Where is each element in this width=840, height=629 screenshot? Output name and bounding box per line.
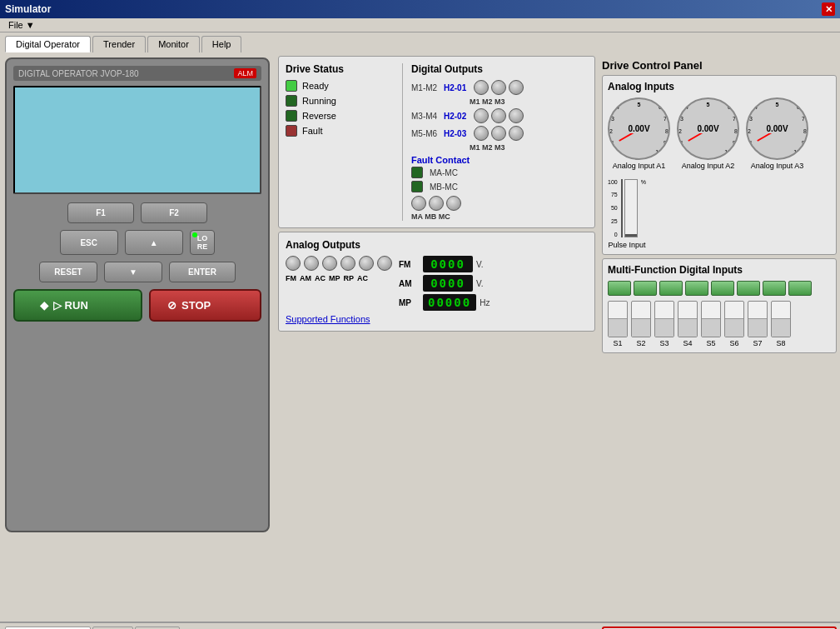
- do-channel-1: M1-M2 H2-01: [411, 80, 588, 95]
- led-running: [286, 95, 297, 107]
- switch-s7: S7: [748, 301, 768, 347]
- do-h202-label: H2-02: [444, 112, 470, 121]
- screw: [491, 126, 506, 141]
- ao-channel-fm: FM: [399, 260, 420, 269]
- file-menu[interactable]: File ▼: [3, 18, 40, 32]
- close-button[interactable]: ✕: [822, 2, 835, 16]
- ao-label-mp: MP: [329, 274, 340, 282]
- mfdi-title: Multi-Function Digital Inputs: [608, 264, 831, 276]
- screw: [340, 256, 355, 271]
- led-mamc: [411, 167, 423, 178]
- ao-unit-am: V.: [476, 279, 484, 288]
- switch-body-s8[interactable]: [771, 301, 791, 337]
- label-ready: Ready: [302, 81, 329, 91]
- up-button[interactable]: ▲: [125, 230, 183, 255]
- switch-body-s4[interactable]: [678, 301, 698, 337]
- status-ready: Ready: [286, 80, 394, 92]
- switch-body-s1[interactable]: [608, 301, 628, 337]
- mfdi-btn-8[interactable]: [788, 281, 812, 296]
- switch-body-s2[interactable]: [631, 301, 651, 337]
- label-running: Running: [302, 96, 336, 106]
- bottom-left: Monitor and Motor Faults Alarms Frequenc…: [0, 623, 599, 629]
- ao-unit-fm: V.: [476, 260, 484, 269]
- stop-icon: ⊘: [167, 299, 176, 312]
- tab-help[interactable]: Help: [201, 36, 242, 52]
- ao-value-mp: 00000: [423, 294, 476, 311]
- reset-button[interactable]: RESET: [39, 262, 97, 282]
- tab-monitor[interactable]: Monitor: [147, 36, 200, 52]
- lo-re-button[interactable]: LORE: [190, 230, 216, 255]
- stop-button[interactable]: ⊘ STOP: [149, 289, 261, 322]
- ao-display-mp: MP 00000 Hz: [399, 294, 490, 311]
- screw: [509, 108, 524, 123]
- gauge-circle-a1: 5 6 4 7 3 8 2 9 1 10 0 0.00V: [608, 97, 670, 160]
- gauge-a1-value: 0.00V: [626, 124, 651, 133]
- nav2-buttons-row: RESET ▼ ENTER: [13, 262, 261, 282]
- switch-knob-s6: [725, 318, 743, 337]
- gauge-a1-label: Analog Input A1: [613, 162, 666, 170]
- run-button[interactable]: ◆ ▷ RUN: [13, 289, 142, 322]
- stop-label: STOP: [181, 299, 211, 312]
- pulse-fill: [625, 234, 637, 236]
- alarm-indicator: ALM: [234, 68, 256, 78]
- switch-knob-s5: [702, 318, 720, 337]
- enter-button[interactable]: ENTER: [169, 262, 236, 282]
- down-button[interactable]: ▼: [104, 262, 162, 282]
- run-label: ▷ RUN: [53, 299, 88, 312]
- operator-header-label: DIGITAL OPERATOR JVOP-180: [18, 69, 139, 78]
- switch-s2: S2: [631, 301, 651, 347]
- run-icon: ◆: [40, 299, 48, 312]
- drive-status-title: Drive Status: [286, 63, 394, 75]
- window-title: Simulator: [5, 3, 51, 15]
- tab-digital-operator[interactable]: Digital Operator: [5, 36, 91, 52]
- ao-unit-mp: Hz: [480, 298, 490, 307]
- divider: [402, 63, 403, 221]
- label-reverse: Reverse: [302, 111, 336, 121]
- switch-label-s7: S7: [753, 339, 762, 347]
- mfdi-btn-7[interactable]: [763, 281, 786, 296]
- ao-label-am: AM: [300, 274, 311, 282]
- pulse-axis: [621, 179, 623, 237]
- gauge-circle-a3: 5 6 4 7 3 8 2 9 1 10 0 0.00V: [746, 97, 808, 160]
- lo-re-led: [192, 232, 197, 237]
- esc-button[interactable]: ESC: [60, 230, 118, 255]
- analog-outputs-title: Analog Outputs: [286, 239, 588, 251]
- mfdi-btn-5[interactable]: [711, 281, 734, 296]
- drive-status-section: Drive Status Ready Running Reverse Fault: [278, 56, 595, 228]
- screw: [429, 196, 444, 211]
- f2-button[interactable]: F2: [141, 202, 207, 223]
- ao-channel-am: AM: [399, 279, 420, 288]
- mfdi-btn-2[interactable]: [634, 281, 657, 296]
- switch-body-s5[interactable]: [701, 301, 721, 337]
- switch-body-s6[interactable]: [724, 301, 744, 337]
- supported-functions-link[interactable]: Supported Functions: [286, 314, 370, 324]
- ao-display-fm: FM 0000 V.: [399, 256, 490, 272]
- mfdi-btn-1[interactable]: [608, 281, 631, 296]
- mfdi-btn-3[interactable]: [659, 281, 683, 296]
- gauges-row: 5 6 4 7 3 8 2 9 1 10 0 0.00V Analo: [608, 97, 831, 249]
- tab-trender[interactable]: Trender: [92, 36, 146, 52]
- pulse-input: 100 75 50 25 0 %: [608, 177, 646, 249]
- do-channel-3: M5-M6 H2-03: [411, 126, 588, 141]
- switch-s5: S5: [701, 301, 721, 347]
- gauge-a3: 5 6 4 7 3 8 2 9 1 10 0 0.00V Analo: [746, 97, 808, 170]
- digital-outputs-title: Digital Outputs: [411, 63, 588, 75]
- mfdi-btn-6[interactable]: [737, 281, 760, 296]
- switch-s1: S1: [608, 301, 628, 347]
- switch-body-s3[interactable]: [654, 301, 674, 337]
- do-m1m2-label: M1-M2: [411, 83, 440, 92]
- do-fault-2: MB-MC: [411, 181, 588, 192]
- tabs-bar: Digital Operator Trender Monitor Help: [0, 32, 840, 52]
- mfdi-btn-4[interactable]: [685, 281, 708, 296]
- ao-channel-mp: MP: [399, 298, 420, 307]
- do-screws-2: [474, 108, 524, 123]
- drive-status: Drive Status Ready Running Reverse Fault: [286, 63, 394, 221]
- f-buttons-row: F1 F2: [13, 202, 261, 223]
- do-h201-label: H2-01: [444, 83, 470, 92]
- switch-label-s5: S5: [706, 339, 715, 347]
- switch-label-s6: S6: [729, 339, 738, 347]
- switch-body-s7[interactable]: [748, 301, 768, 337]
- analog-outputs-inner: FM AM AC MP RP AC FM 0000 V.: [286, 256, 588, 311]
- f1-button[interactable]: F1: [67, 202, 134, 223]
- ao-left: FM AM AC MP RP AC: [286, 256, 392, 284]
